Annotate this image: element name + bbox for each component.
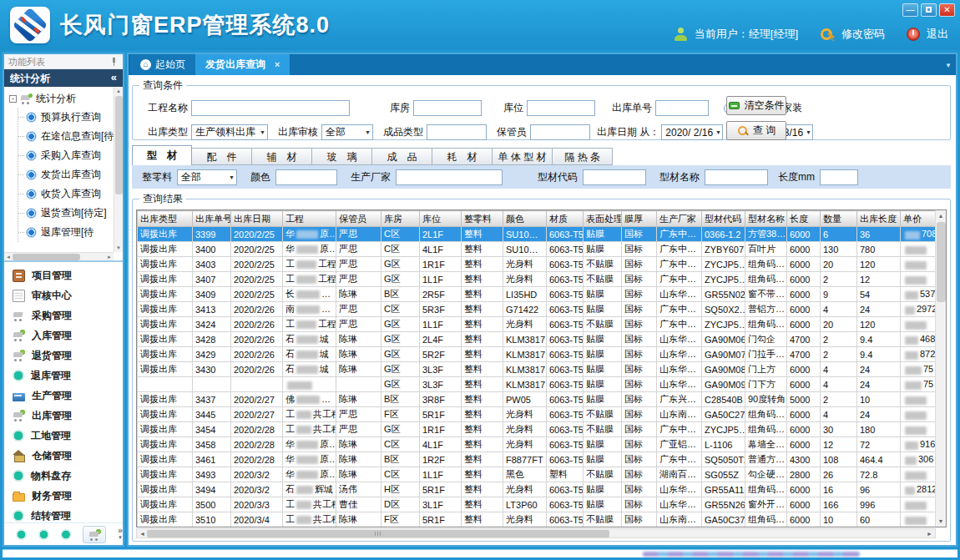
collapsed-cart-button[interactable] (83, 526, 106, 543)
tree-item[interactable]: 退库管理[待 (18, 223, 123, 242)
date-from-select[interactable]: 2020/ 2/16 (661, 124, 723, 140)
material-tab[interactable]: 玻 璃 (312, 148, 372, 165)
scroll-up-icon[interactable]: ▲ (114, 87, 123, 95)
close-tab-icon[interactable] (275, 54, 280, 75)
scroll-thumb[interactable] (147, 530, 609, 537)
column-header[interactable]: 长度 (787, 211, 821, 227)
sidebar-item[interactable]: 退库管理 (4, 366, 123, 386)
material-tab[interactable]: 辅 材 (252, 148, 312, 165)
close-button[interactable]: ✕ (939, 3, 955, 17)
column-header[interactable]: 材质 (547, 211, 584, 227)
table-row[interactable]: 调拨出库34072020/2/25工工程严思G区1L1F整料光身料6063-T5… (138, 272, 947, 287)
scroll-thumb[interactable] (937, 222, 946, 302)
table-row[interactable]: 调拨出库34372020/2/27佛…陈琳B区3R8F整料PW056063-T5… (138, 392, 947, 407)
column-header[interactable]: 表面处理 (584, 211, 622, 227)
table-row[interactable]: 调拨出库33992020/2/25华原…严思C区2L1F整料SU10…6063-… (138, 227, 947, 242)
table-row[interactable]: 调拨出库34942020/3/2石辉城汤伟H区5R1F整料光身料6063-T5贴… (138, 482, 947, 497)
column-header[interactable]: 出库长度 (857, 211, 901, 227)
column-header[interactable]: 保管员 (336, 211, 381, 227)
tree-vertical-scrollbar[interactable]: ▲ ▼ (114, 87, 123, 252)
sidebar-item[interactable]: 物料盘存 (4, 466, 123, 486)
table-row[interactable]: 调拨出库34612020/2/28华原…陈琳B区1R2F整料F8877FT606… (138, 452, 947, 467)
location-input[interactable] (527, 100, 595, 116)
column-header[interactable]: 出库日期 (231, 211, 283, 227)
sidebar-item[interactable]: 仓储管理 (4, 446, 123, 466)
table-row[interactable]: 调拨出库34582020/2/28华原…陈琳C区4L1F整料光身料6063-T5… (138, 437, 947, 452)
pin-icon[interactable] (110, 58, 118, 66)
table-row[interactable]: 调拨出库34932020/3/2华原…陈琳C区1L1F整料黑色塑料不贴膜国标湖南… (138, 467, 947, 482)
tree-item[interactable]: 采购入库查询 (18, 146, 123, 165)
tab-shipment-outbound-query[interactable]: 发货出库查询 (195, 54, 290, 75)
material-tab[interactable]: 单 体 型 材 (493, 148, 553, 165)
tree-item[interactable]: 退货查询[待定] (18, 204, 123, 223)
audit-select[interactable]: 全部 (321, 124, 373, 140)
column-header[interactable]: 出库类型 (138, 211, 193, 227)
sidebar-item[interactable]: 工地管理 (4, 426, 123, 446)
scroll-right-icon[interactable]: ► (927, 529, 932, 538)
tree-root[interactable]: - 统计分析 (4, 87, 123, 108)
tree-item[interactable]: 发货出库查询 (18, 165, 123, 184)
collapsed-module-icon[interactable] (61, 529, 72, 540)
minimize-button[interactable]: — (902, 3, 918, 17)
keeper-input[interactable] (530, 124, 590, 140)
profile-code-input[interactable] (583, 169, 646, 185)
scroll-left-icon[interactable]: ◄ (6, 253, 11, 261)
table-row[interactable]: G区3L3F整料KLM38176063-T5贴膜国标山东华…GA90M09.门下… (138, 377, 947, 392)
table-row[interactable]: 调拨出库34542020/2/28工共工程严思G区1R1F整料光身料6063-T… (138, 422, 947, 437)
order-no-input[interactable] (655, 100, 709, 116)
sidebar-item[interactable]: 财务管理 (4, 486, 123, 506)
table-row[interactable]: 调拨出库34302020/2/26石城陈琳G区3L3F整料KLM38176063… (138, 362, 947, 377)
collapsed-module-icon[interactable] (16, 529, 27, 540)
tree-item[interactable]: 收货入库查询 (18, 184, 123, 204)
scroll-down-icon[interactable]: ▼ (936, 516, 946, 527)
column-header[interactable]: 型材代码 (702, 211, 745, 227)
maximize-button[interactable] (921, 3, 937, 17)
tab-list-chevron-icon[interactable] (945, 62, 952, 69)
column-header[interactable]: 整零料 (462, 211, 503, 227)
column-header[interactable]: 颜色 (503, 211, 547, 227)
sidebar-item[interactable]: 报废管理 (4, 546, 123, 547)
color-input[interactable] (275, 169, 337, 185)
collapse-icon[interactable]: « (111, 71, 117, 83)
table-row[interactable]: 调拨出库34132020/2/26南…严思C区5R3F整料G714226063-… (138, 302, 947, 317)
sidebar-item[interactable]: 生产管理 (4, 386, 123, 406)
material-tab[interactable]: 配 件 (192, 148, 252, 165)
column-header[interactable]: 数量 (821, 211, 857, 227)
scroll-down-icon[interactable]: ▼ (114, 244, 123, 252)
table-row[interactable]: 调拨出库34032020/2/25工工程严思G区1R1F整料光身料6063-T5… (138, 257, 947, 272)
column-header[interactable]: 膜厚 (622, 211, 657, 227)
sidebar-item[interactable]: 项目管理 (4, 265, 123, 285)
column-header[interactable]: 单价 (901, 211, 936, 227)
column-header[interactable]: 生产厂家 (657, 211, 702, 227)
column-header[interactable]: 出库单号 (193, 211, 231, 227)
scroll-thumb[interactable] (13, 254, 80, 260)
sidebar-item[interactable]: 入库管理 (4, 325, 123, 346)
clear-conditions-button[interactable]: 清空条件 (726, 96, 786, 115)
scroll-right-icon[interactable]: ► (107, 253, 112, 261)
table-row[interactable]: 调拨出库35102020/3/4工共工程陈琳F区5R1F整料光身料6063-T5… (138, 512, 947, 527)
table-row[interactable]: 调拨出库34002020/2/25华原…严思C区4L1F整料SU10…6063-… (138, 242, 947, 257)
column-header[interactable]: 型材名称 (745, 211, 787, 227)
search-button[interactable]: 查 询 (726, 121, 786, 140)
tree-item[interactable]: 在途信息查询[待 (18, 127, 123, 146)
warehouse-input[interactable] (413, 100, 482, 116)
logout-link[interactable]: 退出 (927, 27, 948, 42)
whole-part-select[interactable]: 全部 (177, 169, 237, 185)
change-password-link[interactable]: 修改密码 (841, 27, 885, 42)
material-tab[interactable]: 型 材 (132, 145, 192, 165)
profile-name-input[interactable] (705, 169, 768, 185)
scroll-left-icon[interactable]: ◄ (139, 529, 145, 538)
column-header[interactable]: 库房 (381, 211, 420, 227)
material-tab[interactable]: 耗 材 (432, 148, 493, 165)
manufacturer-input[interactable] (396, 169, 503, 185)
material-tab[interactable]: 成 品 (372, 148, 432, 165)
sidebar-item[interactable]: 审核中心 (4, 285, 123, 305)
tree-horizontal-scrollbar[interactable]: ◄ ► (4, 252, 114, 260)
table-row[interactable]: 调拨出库34282020/2/26石城陈琳G区2L4F整料KLM38176063… (138, 332, 947, 347)
table-vertical-scrollbar[interactable]: ▲ ▼ (935, 210, 946, 527)
table-row[interactable]: 调拨出库34242020/2/26工工程严思G区1L1F整料光身料6063-T5… (138, 317, 947, 332)
project-name-input[interactable] (191, 100, 350, 116)
table-row[interactable]: 调拨出库35122020/3/4工共工程陈琳F区1L2F整料光身料6063-T5… (138, 527, 947, 528)
length-input[interactable] (820, 169, 858, 185)
out-type-select[interactable]: 生产领料出库 (191, 124, 268, 140)
